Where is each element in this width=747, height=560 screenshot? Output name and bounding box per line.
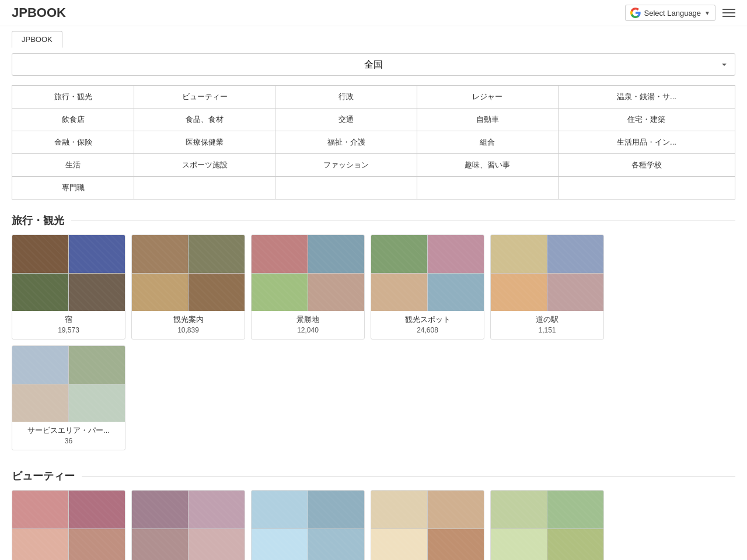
menu-line-1 bbox=[722, 9, 735, 10]
card-image-cell bbox=[428, 235, 484, 273]
card-scenery-name: 景勝地 bbox=[256, 314, 359, 325]
card-michinoeki-count: 1,151 bbox=[495, 326, 599, 334]
section-beauty: ビューティー 美容院 bbox=[12, 469, 735, 560]
card-michinoeki-image bbox=[491, 235, 603, 311]
card-spot-info: 観光スポット 24,608 bbox=[371, 311, 484, 339]
cat-hobby[interactable]: 趣味、習い事 bbox=[417, 154, 558, 177]
card-image-cell bbox=[371, 491, 427, 528]
card-michinoeki[interactable]: 道の駅 1,151 bbox=[490, 235, 604, 340]
card-beauty-5[interactable]: リラク bbox=[490, 490, 604, 560]
card-image-cell bbox=[12, 274, 68, 312]
card-image-cell bbox=[252, 274, 308, 312]
card-image-cell bbox=[428, 491, 484, 528]
card-image-cell bbox=[69, 235, 125, 273]
card-grid-travel: 宿 19,573 観光案内 10,839 bbox=[12, 235, 735, 340]
cat-goods[interactable]: 生活用品・イン... bbox=[558, 131, 735, 154]
card-image-cell bbox=[252, 491, 308, 528]
section-divider bbox=[71, 220, 735, 221]
cat-empty-1 bbox=[134, 177, 275, 200]
cat-professional[interactable]: 専門職 bbox=[12, 177, 134, 200]
section-title-beauty: ビューティー bbox=[12, 469, 75, 483]
card-michinoeki-info: 道の駅 1,151 bbox=[491, 311, 603, 339]
cat-transport[interactable]: 交通 bbox=[275, 108, 417, 131]
cat-school[interactable]: 各種学校 bbox=[558, 154, 735, 177]
card-inn-info: 宿 19,573 bbox=[12, 311, 125, 339]
section-header-beauty: ビューティー bbox=[12, 469, 735, 483]
card-image-cell bbox=[547, 491, 603, 528]
cat-housing[interactable]: 住宅・建築 bbox=[558, 108, 735, 131]
card-service-name: サービスエリア・パー... bbox=[17, 425, 120, 436]
card-image-cell bbox=[132, 235, 188, 273]
card-image-cell bbox=[189, 274, 245, 312]
menu-icon[interactable] bbox=[722, 9, 735, 17]
card-image-cell bbox=[547, 235, 603, 273]
card-tourism[interactable]: 観光案内 10,839 bbox=[131, 235, 245, 340]
card-image-cell bbox=[491, 274, 547, 312]
card-image-cell bbox=[69, 274, 125, 312]
section-header-travel: 旅行・観光 bbox=[12, 214, 735, 228]
card-grid-beauty: 美容院 エステ bbox=[12, 490, 735, 560]
card-spot[interactable]: 観光スポット 24,608 bbox=[371, 235, 484, 340]
card-image-cell bbox=[12, 491, 68, 528]
language-selector[interactable]: Select Language ▼ bbox=[625, 5, 716, 21]
category-row: 専門職 bbox=[12, 177, 735, 200]
cat-leisure[interactable]: レジャー bbox=[417, 86, 558, 108]
card-tourism-name: 観光案内 bbox=[137, 314, 240, 325]
card-image-cell bbox=[371, 529, 427, 561]
card-image-cell bbox=[132, 491, 188, 528]
section-divider-beauty bbox=[82, 476, 735, 477]
card-image-cell bbox=[428, 274, 484, 312]
cat-finance[interactable]: 金融・保険 bbox=[12, 131, 134, 154]
card-image-cell bbox=[12, 235, 68, 273]
card-image-cell bbox=[132, 274, 188, 312]
card-tourism-count: 10,839 bbox=[137, 326, 240, 334]
card-inn-image bbox=[12, 235, 125, 311]
card-b4-image bbox=[371, 491, 484, 560]
card-service[interactable]: サービスエリア・パー... 36 bbox=[12, 345, 125, 450]
card-beauty-3[interactable]: ネイル bbox=[251, 490, 365, 560]
card-image-cell bbox=[308, 235, 364, 273]
tab-jpbook[interactable]: JPBOOK bbox=[12, 31, 62, 48]
card-b5-image bbox=[491, 491, 603, 560]
card-service-image bbox=[12, 346, 125, 422]
card-image-cell bbox=[189, 235, 245, 273]
cat-medical[interactable]: 医療保健業 bbox=[134, 131, 275, 154]
card-service-info: サービスエリア・パー... 36 bbox=[12, 422, 125, 450]
cat-empty-2 bbox=[275, 177, 417, 200]
card-beauty-1[interactable]: 美容院 bbox=[12, 490, 125, 560]
section-title-travel: 旅行・観光 bbox=[12, 214, 64, 228]
region-select[interactable]: 全国 bbox=[12, 53, 735, 76]
card-image-cell bbox=[189, 491, 245, 528]
cat-empty-3 bbox=[417, 177, 558, 200]
tab-bar: JPBOOK bbox=[0, 26, 747, 47]
cat-food[interactable]: 食品、食材 bbox=[134, 108, 275, 131]
card-beauty-4[interactable]: まつげ bbox=[371, 490, 484, 560]
menu-line-3 bbox=[722, 16, 735, 17]
cat-union[interactable]: 組合 bbox=[417, 131, 558, 154]
section-travel: 旅行・観光 宿 19,573 bbox=[12, 214, 735, 450]
card-scenery[interactable]: 景勝地 12,040 bbox=[251, 235, 365, 340]
cat-auto[interactable]: 自動車 bbox=[417, 108, 558, 131]
category-row: 旅行・観光 ビューティー 行政 レジャー 温泉・銭湯・サ... bbox=[12, 86, 735, 108]
card-image-cell bbox=[12, 346, 68, 384]
cat-beauty[interactable]: ビューティー bbox=[134, 86, 275, 108]
cat-fashion[interactable]: ファッション bbox=[275, 154, 417, 177]
card-image-cell bbox=[308, 529, 364, 561]
cat-sports[interactable]: スポーツ施設 bbox=[134, 154, 275, 177]
cat-admin[interactable]: 行政 bbox=[275, 86, 417, 108]
site-logo[interactable]: JPBOOK bbox=[12, 5, 66, 20]
card-b1-image bbox=[12, 491, 125, 560]
card-image-cell bbox=[189, 529, 245, 561]
card-image-cell bbox=[547, 274, 603, 312]
main-content: 全国 旅行・観光 ビューティー 行政 レジャー 温泉・銭湯・サ... 飲食店 食… bbox=[0, 47, 747, 560]
card-scenery-count: 12,040 bbox=[256, 326, 359, 334]
card-beauty-2[interactable]: エステ bbox=[131, 490, 245, 560]
card-spot-image bbox=[371, 235, 484, 311]
cat-life[interactable]: 生活 bbox=[12, 154, 134, 177]
cat-travel[interactable]: 旅行・観光 bbox=[12, 86, 134, 108]
cat-restaurant[interactable]: 飲食店 bbox=[12, 108, 134, 131]
card-inn[interactable]: 宿 19,573 bbox=[12, 235, 125, 340]
cat-welfare[interactable]: 福祉・介護 bbox=[275, 131, 417, 154]
cat-onsen[interactable]: 温泉・銭湯・サ... bbox=[558, 86, 735, 108]
card-michinoeki-name: 道の駅 bbox=[495, 314, 599, 325]
